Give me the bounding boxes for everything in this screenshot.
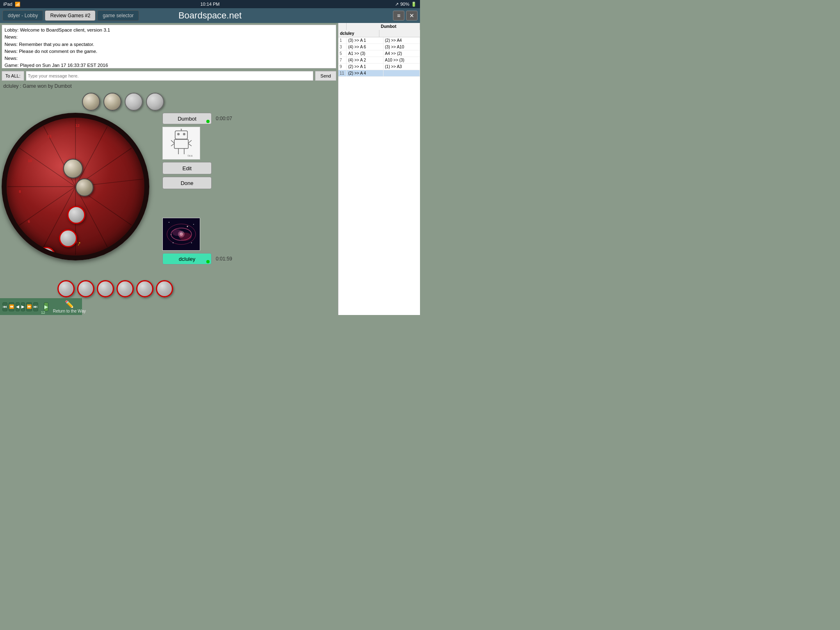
- main-content: Lobby: Welcome to BoardSpace client, ver…: [0, 23, 420, 315]
- game-status: dcluley : Game won by Dumbot: [0, 82, 338, 91]
- game-row-num-2: 3: [338, 44, 347, 50]
- battery-label: 90%: [400, 2, 409, 7]
- skip-to-start-button[interactable]: ⏮: [2, 302, 7, 311]
- board-piece-4[interactable]: [59, 229, 77, 247]
- svg-line-9: [14, 187, 75, 229]
- left-area: Lobby: Welcome to BoardSpace client, ver…: [0, 23, 338, 315]
- game-board[interactable]: 12 11 10 8 6 3: [2, 113, 149, 260]
- avatar-dcluley: [162, 218, 200, 251]
- step-back-button[interactable]: ◀: [16, 302, 20, 311]
- player-panel-top: Dumbot 0:00:07: [162, 113, 232, 189]
- game-row-col2-2: (3) >> A10: [383, 44, 420, 50]
- chat-message-2: News:: [5, 34, 333, 41]
- chat-message-1: Lobby: Welcome to BoardSpace client, ver…: [5, 27, 333, 34]
- game-list-row-3[interactable]: 5 A1 >> (3) A4 >> (2): [338, 50, 420, 57]
- game-row-col1-4: (4) >> A 2: [347, 57, 383, 63]
- svg-rect-18: [174, 139, 188, 148]
- chat-message-3: News: Remember that you are a spectator.: [5, 41, 333, 48]
- tab-lobby-label: ddyer - Lobby: [8, 13, 38, 18]
- edit-button[interactable]: Edit: [162, 162, 212, 174]
- game-row-col1-6: (2) >> A 4: [347, 70, 383, 76]
- spare-piece-3: [125, 93, 143, 111]
- right-sidebar: Dumbot dcluley 1 (3) >> A 1 (2) >> A4 3 …: [338, 23, 420, 315]
- close-button[interactable]: ✕: [406, 11, 418, 21]
- svg-point-35: [187, 226, 188, 227]
- menu-button[interactable]: ≡: [393, 11, 404, 21]
- game-list-row-5[interactable]: 9 (2) >> A 1 (1) >> A3: [338, 64, 420, 70]
- board-container: 12 11 10 8 6 3 ↑: [2, 113, 158, 277]
- col-header-dcluley: dcluley: [338, 30, 379, 37]
- tab-review[interactable]: Review Games #2: [45, 10, 96, 21]
- board-piece-2[interactable]: [75, 178, 94, 196]
- player-name-dumbot[interactable]: Dumbot: [162, 113, 212, 124]
- wifi-icon: 📶: [15, 2, 21, 7]
- svg-line-21: [188, 140, 192, 143]
- game-row-num-5: 9: [338, 64, 347, 70]
- ipad-label: iPad: [3, 2, 12, 7]
- player-name-dcluley[interactable]: dcluley: [162, 253, 212, 265]
- board-num-12: 12: [75, 123, 80, 128]
- svg-point-14: [177, 133, 180, 135]
- done-button[interactable]: Done: [162, 177, 212, 189]
- board-piece-3[interactable]: [67, 206, 85, 224]
- svg-point-15: [183, 133, 185, 135]
- tab-lobby[interactable]: ddyer - Lobby: [2, 10, 43, 21]
- svg-line-22: [188, 144, 192, 146]
- game-row-col2-4: A10 >> (3): [383, 57, 420, 63]
- game-row-col2-6: [383, 70, 420, 76]
- col-header-dumbot: Dumbot: [379, 23, 420, 30]
- bottom-controls-bar: ⏮ ⏪ ◀ ▶ ⏩ ⏭ 12 ▶ ✏️ Return to the Way: [0, 298, 82, 315]
- chat-message-4: News: Please do not comment on the game.: [5, 48, 333, 55]
- game-list-row-1[interactable]: 1 (3) >> A 1 (2) >> A4: [338, 37, 420, 44]
- menu-icon: ≡: [397, 12, 400, 19]
- game-list-header: Dumbot dcluley: [338, 23, 420, 37]
- game-row-num-6: 11: [338, 70, 347, 76]
- timer-dcluley: 0:01:59: [216, 256, 232, 262]
- play-button[interactable]: ▶: [44, 302, 48, 311]
- status-bar: iPad 📶 10:14 PM ↗ 90% 🔋: [0, 0, 420, 8]
- board-num-6: 6: [28, 219, 30, 224]
- message-input[interactable]: [26, 71, 314, 81]
- skip-to-end-button[interactable]: ⏭: [33, 302, 38, 311]
- battery-icon: 🔋: [411, 2, 417, 7]
- game-list-row-2[interactable]: 3 (4) >> A 6 (3) >> A10: [338, 44, 420, 50]
- fast-forward-button[interactable]: ⏩: [26, 302, 32, 311]
- svg-point-36: [171, 234, 171, 235]
- return-to-way-label[interactable]: Return to the Way: [53, 309, 86, 313]
- tab-bar-right: ≡ ✕: [393, 11, 418, 21]
- time-display: 10:14 PM: [200, 2, 219, 7]
- online-indicator-dumbot: [206, 120, 210, 123]
- game-row-col2-1: (2) >> A4: [383, 37, 420, 43]
- game-row-num-3: 5: [338, 50, 347, 57]
- location-icon: ↗: [395, 2, 399, 7]
- timer-dumbot: 0:00:07: [216, 116, 232, 121]
- fast-back-button[interactable]: ⏪: [9, 302, 14, 311]
- game-list-row-6[interactable]: 11 (2) >> A 4: [338, 70, 420, 77]
- chat-message-5: News:: [5, 55, 333, 62]
- top-pieces: [82, 93, 164, 111]
- game-row-col2-3: A4 >> (2): [383, 50, 420, 57]
- board-piece-1[interactable]: [63, 159, 83, 178]
- tab-selector[interactable]: game selector: [97, 10, 139, 21]
- game-row-num-1: 1: [338, 37, 347, 43]
- player-name-dcluley-label: dcluley: [179, 256, 195, 262]
- pencil-icon: ✏️: [65, 300, 74, 309]
- svg-line-2: [75, 121, 110, 187]
- chat-area[interactable]: Lobby: Welcome to BoardSpace client, ver…: [2, 25, 336, 68]
- message-bar: To ALL: Send: [2, 71, 336, 81]
- svg-rect-13: [175, 131, 187, 139]
- game-list-row-4[interactable]: 7 (4) >> A 2 A10 >> (3): [338, 57, 420, 64]
- spare-piece-1: [82, 93, 100, 111]
- svg-line-20: [171, 144, 174, 146]
- svg-point-32: [193, 224, 194, 225]
- step-forward-button[interactable]: ▶: [21, 302, 25, 311]
- send-button[interactable]: Send: [315, 71, 336, 81]
- game-area: 12 11 10 8 6 3 ↑: [0, 91, 338, 278]
- progress-label: 12: [41, 310, 45, 315]
- player-panels: Dumbot 0:00:07: [158, 92, 235, 265]
- avatar-dumbot: ©R.B.: [162, 127, 200, 160]
- tab-selector-label: game selector: [103, 13, 133, 18]
- player-panel-bottom: dcluley 0:01:59: [162, 218, 232, 265]
- bottom-piece-1: [57, 280, 75, 297]
- to-all-label: To ALL:: [2, 71, 24, 81]
